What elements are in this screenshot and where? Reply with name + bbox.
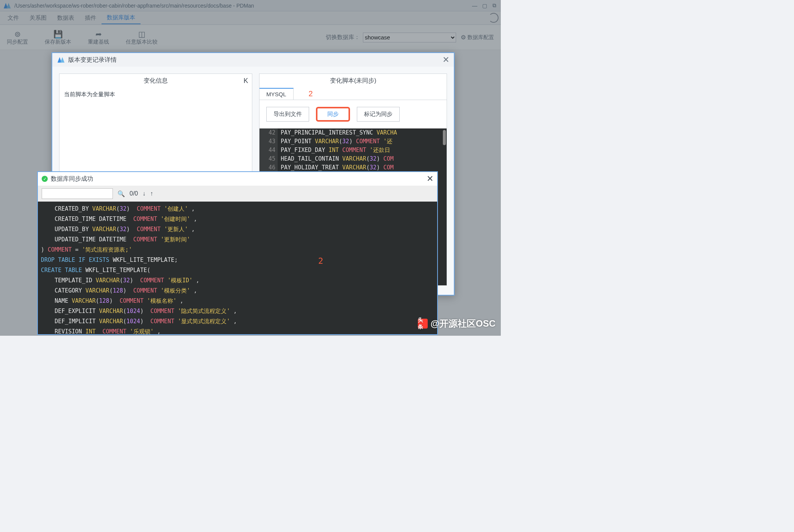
export-to-file-button[interactable]: 导出到文件 <box>266 107 309 122</box>
watermark-text: @开源社区OSC <box>431 318 495 330</box>
search-bar: 🔍 0/0 ↓ ↑ <box>38 186 437 202</box>
change-script-title: 变化脚本(未同步) <box>259 74 447 88</box>
search-count: 0/0 <box>130 190 138 197</box>
svg-marker-3 <box>60 57 64 63</box>
modal-logo-icon <box>57 56 65 64</box>
mark-as-synced-button[interactable]: 标记为同步 <box>357 107 400 122</box>
sync-modal-title: 数据库同步成功 <box>51 175 93 183</box>
sync-button[interactable]: 同步 <box>316 107 350 122</box>
watermark: 头条 @开源社区OSC <box>418 318 495 330</box>
scrollbar[interactable] <box>443 130 446 145</box>
sync-log-viewer[interactable]: 2 CREATED_BY VARCHAR(32) COMMENT '创建人' ,… <box>38 202 437 334</box>
prev-match-icon[interactable]: ↑ <box>150 190 153 197</box>
modal-title: 版本变更记录详情 <box>68 56 117 64</box>
sync-success-modal: ✓ 数据库同步成功 ✕ 🔍 0/0 ↓ ↑ 2 CREATED_BY VARCH… <box>37 171 438 335</box>
search-icon[interactable]: 🔍 <box>117 190 125 197</box>
search-input[interactable] <box>42 188 113 199</box>
annotation-2b: 2 <box>318 256 323 266</box>
success-check-icon: ✓ <box>42 176 48 182</box>
annotation-2: 2 <box>309 89 313 98</box>
modal-close-icon[interactable]: ✕ <box>442 55 449 65</box>
watermark-icon: 头条 <box>418 319 428 329</box>
modal-header: 版本变更记录详情 ✕ <box>52 53 454 67</box>
panel-k-label: K <box>244 77 248 85</box>
sync-modal-header: ✓ 数据库同步成功 ✕ <box>38 172 437 186</box>
change-info-title: 变化信息 <box>59 74 252 88</box>
sync-modal-close-icon[interactable]: ✕ <box>427 174 433 184</box>
script-tabs: MYSQL 2 <box>259 88 447 100</box>
full-script-note: 当前脚本为全量脚本 <box>59 88 252 101</box>
next-match-icon[interactable]: ↓ <box>142 190 145 197</box>
tab-mysql[interactable]: MYSQL <box>259 88 294 100</box>
